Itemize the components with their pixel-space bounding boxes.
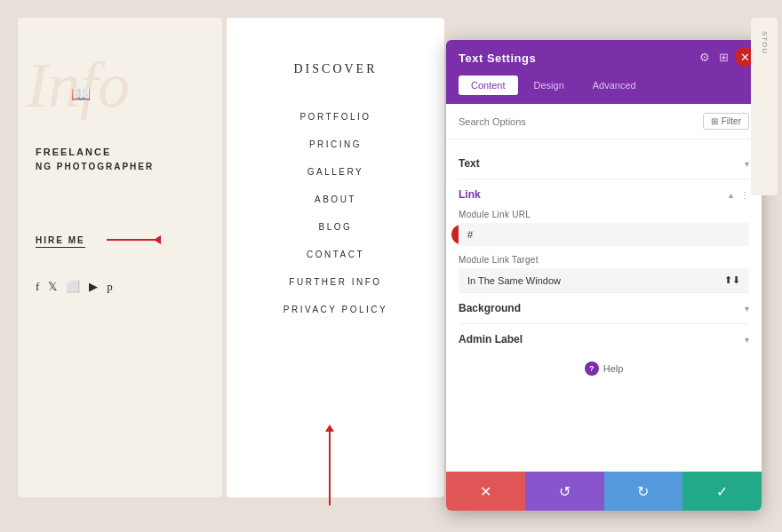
- photographer-subtitle: NG PHOTOGRAPHER: [36, 162, 154, 171]
- text-section-label: Text: [459, 157, 480, 170]
- text-section-row[interactable]: Text ▾: [446, 148, 762, 179]
- text-chevron-down-icon: ▾: [745, 159, 749, 169]
- target-value: In The Same Window: [467, 275, 561, 286]
- cancel-icon: ✕: [480, 483, 491, 500]
- right-text-1: ST: [761, 31, 769, 42]
- menu-pricing[interactable]: PRICING: [309, 131, 362, 158]
- right-edge-panel: ST OU: [751, 18, 778, 195]
- redo-icon: ↻: [637, 483, 649, 500]
- youtube-icon[interactable]: ▶: [89, 280, 98, 294]
- pinterest-icon[interactable]: p: [107, 280, 113, 294]
- social-icons: f 𝕏 ⬜ ▶ p: [36, 280, 113, 294]
- instagram-icon[interactable]: ⬜: [66, 280, 80, 294]
- link-more-icon[interactable]: ⋮: [740, 190, 749, 200]
- photographer-title: FREELANCE: [36, 147, 111, 157]
- help-text[interactable]: Help: [603, 363, 624, 374]
- facebook-icon[interactable]: f: [36, 280, 39, 294]
- settings-content: Text ▾ Link ▴ ⋮ Module Link URL 2: [446, 139, 762, 468]
- background-section-row[interactable]: Background ▾: [446, 293, 762, 323]
- settings-panel: Text Settings ⚙ ⊞ ⋮ ✕ Content Design Adv…: [446, 40, 762, 511]
- settings-header: Text Settings ⚙ ⊞ ⋮ ✕: [446, 40, 762, 75]
- save-button[interactable]: ✓: [682, 472, 762, 511]
- help-row: ? Help: [446, 354, 762, 383]
- undo-button[interactable]: ↺: [525, 472, 604, 511]
- menu-about[interactable]: ABOUT: [315, 186, 356, 213]
- arrow-up-indicator: [329, 425, 331, 505]
- tab-design[interactable]: Design: [522, 75, 577, 95]
- center-panel: DISCOVER PORTFOLIO PRICING GALLERY ABOUT…: [227, 18, 444, 497]
- canvas: Info 📖 FREELANCE NG PHOTOGRAPHER HIRE ME…: [0, 0, 782, 532]
- settings-tabs: Content Design Advanced: [446, 75, 762, 104]
- discover-title: DISCOVER: [293, 62, 377, 76]
- book-icon: 📖: [71, 84, 91, 104]
- help-icon[interactable]: ?: [585, 361, 599, 376]
- search-bar: ⊞ Filter: [446, 104, 762, 139]
- link-section-header: Link ▴ ⋮: [459, 179, 749, 210]
- link-chevron-up-icon: ▴: [729, 190, 733, 200]
- link-section-label[interactable]: Link: [459, 188, 481, 201]
- arrow-left-indicator: [107, 239, 160, 241]
- filter-label: Filter: [722, 116, 741, 126]
- gear-icon[interactable]: ⚙: [699, 51, 710, 65]
- settings-title: Text Settings: [459, 52, 536, 65]
- left-panel: Info 📖 FREELANCE NG PHOTOGRAPHER HIRE ME…: [18, 18, 222, 497]
- menu-privacy-policy[interactable]: PRIVACY POLICY: [283, 296, 387, 323]
- url-field-label: Module Link URL: [459, 210, 749, 219]
- url-value: #: [467, 229, 473, 240]
- admin-label-chevron-down-icon: ▾: [745, 335, 749, 345]
- cancel-button[interactable]: ✕: [446, 472, 525, 511]
- module-link-url-container: 2 #: [459, 223, 749, 246]
- menu-contact[interactable]: CONTACT: [307, 241, 364, 268]
- search-input[interactable]: [459, 116, 703, 127]
- undo-icon: ↺: [559, 483, 571, 500]
- redo-button[interactable]: ↻: [604, 472, 683, 511]
- tab-content[interactable]: Content: [459, 75, 518, 95]
- tab-advanced[interactable]: Advanced: [580, 75, 649, 95]
- twitter-icon[interactable]: 𝕏: [48, 280, 57, 294]
- menu-further-info[interactable]: FURTHER INFO: [289, 268, 381, 296]
- save-icon: ✓: [716, 483, 728, 500]
- filter-button[interactable]: ⊞ Filter: [703, 113, 749, 130]
- menu-gallery[interactable]: GALLERY: [307, 158, 363, 186]
- background-chevron-down-icon: ▾: [745, 304, 749, 314]
- select-chevron-icon: ⬆⬇: [724, 274, 740, 286]
- link-section-icons: ▴ ⋮: [729, 190, 749, 200]
- footer-actions: ✕ ↺ ↻ ✓: [446, 472, 762, 511]
- hire-me-button[interactable]: HIRE ME: [36, 235, 85, 248]
- layout-icon[interactable]: ⊞: [719, 51, 729, 65]
- link-section: Link ▴ ⋮ Module Link URL 2 # Module Link…: [446, 179, 762, 292]
- module-link-target-select[interactable]: In The Same Window ⬆⬇: [459, 268, 749, 292]
- module-link-url-input[interactable]: #: [459, 223, 749, 246]
- target-field-label: Module Link Target: [459, 255, 749, 265]
- right-text-2: OU: [761, 42, 769, 54]
- hire-me-section: HIRE ME: [36, 231, 85, 248]
- admin-label-section-row[interactable]: Admin Label ▾: [446, 324, 762, 354]
- filter-icon: ⊞: [711, 116, 718, 126]
- menu-portfolio[interactable]: PORTFOLIO: [299, 103, 371, 131]
- menu-blog[interactable]: BLOG: [319, 213, 353, 241]
- background-section-label: Background: [459, 302, 521, 314]
- admin-label-section-label: Admin Label: [459, 333, 523, 345]
